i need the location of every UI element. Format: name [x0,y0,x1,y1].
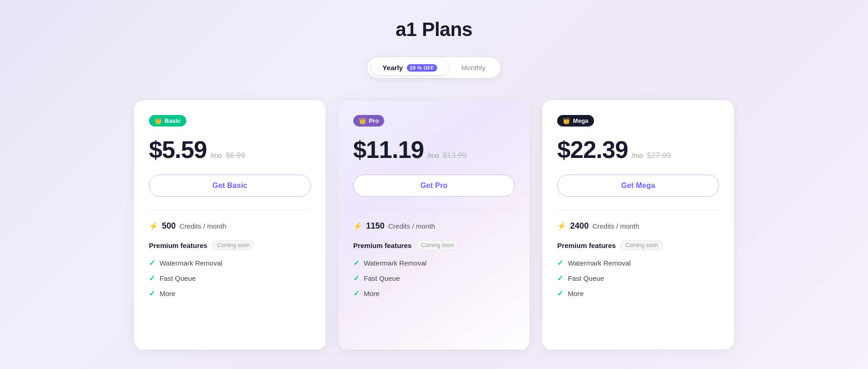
basic-credits-row: ⚡ 500 Credits / month [149,221,311,231]
crown-icon-pro: 👑 [359,117,366,124]
mega-badge: 👑 Mega [557,115,594,127]
basic-premium-row: Premium features Coming soon [149,240,311,250]
basic-feature-label-3: More [160,290,175,297]
basic-premium-label: Premium features [149,242,208,249]
basic-per-mo: /mo [210,151,222,159]
pro-premium-row: Premium features Coming soon [353,240,515,250]
pro-feature-3: ✓ More [353,289,515,298]
yearly-label: Yearly [382,64,403,72]
basic-coming-soon: Coming soon [212,240,255,250]
pro-coming-soon: Coming soon [416,240,459,250]
basic-original-price: $6.99 [226,151,245,160]
check-icon-pro-2: ✓ [353,274,359,283]
mega-divider [557,210,719,210]
basic-feature-label-2: Fast Queue [160,274,196,282]
pro-feature-2: ✓ Fast Queue [353,274,515,283]
mega-coming-soon: Coming soon [620,240,663,250]
check-icon-pro-3: ✓ [353,289,359,298]
check-icon-basic-3: ✓ [149,289,155,298]
plans-container: 👑 Basic $5.59 /mo $6.99 Get Basic ⚡ 500 … [134,100,734,350]
pro-badge-label: Pro [369,117,379,124]
monthly-toggle[interactable]: Monthly [450,60,497,75]
page-title: a1 Plans [396,18,472,41]
mega-feature-2: ✓ Fast Queue [557,274,719,283]
pro-price-row: $11.19 /mo $13.99 [353,136,515,163]
mega-original-price: $27.99 [647,151,671,160]
pro-divider [353,210,515,210]
mega-badge-label: Mega [573,117,588,124]
basic-feature-1: ✓ Watermark Removal [149,259,311,267]
basic-badge: 👑 Basic [149,115,186,127]
mega-premium-row: Premium features Coming soon [557,240,719,250]
mega-feature-label-1: Watermark Removal [568,259,630,267]
basic-badge-label: Basic [165,117,181,124]
pro-badge: 👑 Pro [353,115,385,127]
pro-credits-row: ⚡ 1150 Credits / month [353,221,515,231]
basic-feature-2: ✓ Fast Queue [149,274,311,283]
basic-divider [149,210,311,210]
bolt-icon-pro: ⚡ [353,222,363,230]
mega-feature-1: ✓ Watermark Removal [557,259,719,267]
pro-credits-label: Credits / month [388,222,435,230]
check-icon-basic-2: ✓ [149,274,155,283]
mega-feature-label-2: Fast Queue [568,274,604,282]
basic-feature-label-1: Watermark Removal [160,259,222,267]
pro-feature-label-1: Watermark Removal [364,259,427,267]
plan-card-basic: 👑 Basic $5.59 /mo $6.99 Get Basic ⚡ 500 … [134,100,326,350]
pro-original-price: $13.99 [443,151,467,160]
pro-feature-label-3: More [364,290,380,297]
bolt-icon-basic: ⚡ [149,222,158,230]
mega-per-mo: /mo [631,151,643,159]
crown-icon-basic: 👑 [155,117,162,124]
mega-premium-label: Premium features [557,242,616,249]
mega-credits-number: 2400 [570,221,589,231]
monthly-label: Monthly [461,64,486,72]
discount-badge: 20 % OFF [407,64,438,72]
basic-credits-number: 500 [162,221,176,231]
yearly-toggle[interactable]: Yearly 20 % OFF [371,60,448,75]
pro-price: $11.19 [353,136,424,163]
basic-price: $5.59 [149,136,207,163]
mega-feature-label-3: More [568,290,583,297]
check-icon-mega-1: ✓ [557,259,563,267]
pro-premium-label: Premium features [353,242,412,249]
plan-card-mega: 👑 Mega $22.39 /mo $27.99 Get Mega ⚡ 2400… [542,100,734,350]
check-icon-mega-3: ✓ [557,289,563,298]
mega-credits-label: Credits / month [592,222,639,230]
pro-feature-1: ✓ Watermark Removal [353,259,515,267]
check-icon-pro-1: ✓ [353,259,359,267]
get-basic-button[interactable]: Get Basic [149,175,311,197]
mega-credits-row: ⚡ 2400 Credits / month [557,221,719,231]
mega-price-row: $22.39 /mo $27.99 [557,136,719,163]
basic-price-row: $5.59 /mo $6.99 [149,136,311,163]
mega-price: $22.39 [557,136,628,163]
check-icon-mega-2: ✓ [557,274,563,283]
pro-credits-number: 1150 [366,221,385,231]
basic-feature-3: ✓ More [149,289,311,298]
billing-toggle: Yearly 20 % OFF Monthly [368,57,500,78]
pro-per-mo: /mo [428,151,439,159]
bolt-icon-mega: ⚡ [557,222,566,230]
mega-feature-3: ✓ More [557,289,719,298]
get-mega-button[interactable]: Get Mega [557,175,719,197]
get-pro-button[interactable]: Get Pro [353,175,515,197]
check-icon-basic-1: ✓ [149,259,155,267]
pro-feature-label-2: Fast Queue [364,274,400,282]
crown-icon-mega: 👑 [563,117,570,124]
basic-credits-label: Credits / month [179,222,226,230]
plan-card-pro: 👑 Pro $11.19 /mo $13.99 Get Pro ⚡ 1150 C… [339,100,530,350]
